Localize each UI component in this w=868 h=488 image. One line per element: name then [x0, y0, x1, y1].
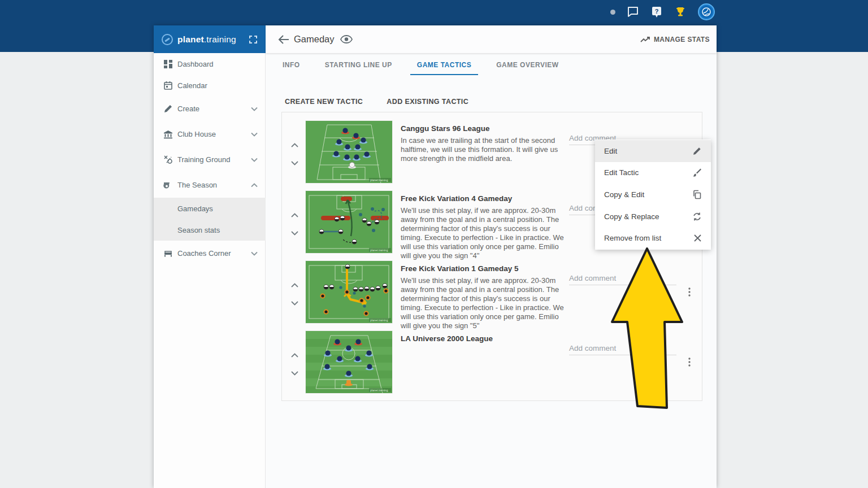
move-up-icon[interactable]	[288, 208, 301, 222]
menu-item-label: Copy & Edit	[604, 190, 644, 199]
trophy-icon[interactable]	[674, 6, 687, 18]
sidebar-item-the-season[interactable]: The Season	[154, 172, 266, 198]
sidebar-subitem-label: Gamedays	[177, 204, 213, 213]
sidebar-item-gamedays[interactable]: Gamedays	[154, 198, 266, 219]
bench-icon	[163, 249, 173, 259]
sidebar-nav: Dashboard Calendar Create Club House Tra…	[154, 53, 266, 266]
menu-item-edit-tactic[interactable]: Edit Tactic	[595, 162, 711, 184]
move-down-icon[interactable]	[288, 297, 301, 310]
sidebar-item-label: Create	[177, 104, 199, 113]
close-icon	[693, 234, 702, 242]
topbar-icon-group: ?	[610, 0, 715, 24]
page-header: Gameday MANAGE STATS	[266, 25, 717, 53]
sidebar: planet.training Dashboard Calendar Creat…	[154, 25, 266, 488]
sync-icon	[692, 212, 702, 221]
move-up-icon[interactable]	[288, 138, 301, 152]
sidebar-item-calendar[interactable]: Calendar	[154, 75, 266, 96]
sidebar-item-label: Training Ground	[177, 155, 230, 164]
tactic-title: Free Kick Variation 1 Gameday 5	[401, 264, 566, 273]
tactic-description: We'll use this set play, if we are appro…	[401, 206, 566, 260]
svg-text:planet.training: planet.training	[370, 319, 388, 322]
sidebar-item-label: Dashboard	[177, 60, 214, 68]
tactic-description: In case we are trailing at the start of …	[401, 136, 566, 163]
menu-item-label: Remove from list	[604, 234, 661, 242]
move-up-icon[interactable]	[288, 278, 301, 292]
move-up-icon[interactable]	[288, 348, 301, 362]
visibility-eye-icon[interactable]	[340, 35, 353, 43]
manage-stats-label: MANAGE STATS	[654, 36, 710, 43]
tactic-thumbnail-field[interactable]: planet.training	[306, 191, 392, 253]
pencil-icon	[692, 146, 702, 156]
sidebar-item-training-ground[interactable]: Training Ground	[154, 147, 266, 172]
calendar-icon	[163, 80, 173, 90]
menu-item-copy-replace[interactable]: Copy & Replace	[595, 206, 711, 228]
fullscreen-icon[interactable]	[249, 35, 258, 44]
tactic-row: planet.training LA Universe 2000 League …	[282, 327, 702, 397]
tactic-info: Canggu Stars 96 League In case we are tr…	[401, 124, 566, 163]
help-icon[interactable]: ?	[650, 6, 663, 18]
bank-icon	[163, 129, 173, 140]
sidebar-item-create[interactable]: Create	[154, 96, 266, 121]
tactic-title: Free Kick Variation 4 Gameday	[401, 194, 566, 203]
chevron-down-icon	[251, 251, 258, 256]
season-submenu: Gamedays Season stats	[154, 198, 266, 241]
tactic-info: Free Kick Variation 4 Gameday We'll use …	[401, 194, 566, 260]
tactic-row: planet.training Free Kick Variation 1 Ga…	[282, 257, 702, 327]
sidebar-item-label: The Season	[177, 181, 217, 189]
add-comment-field[interactable]: Add comment	[569, 274, 676, 285]
brand-name: planet.training	[177, 34, 236, 45]
tactic-thumbnail-field[interactable]: planet.training	[306, 331, 392, 393]
tactic-thumbnail-field[interactable]: planet.training	[306, 121, 392, 183]
brand-bold: planet	[177, 34, 204, 44]
tactic-title: LA Universe 2000 League	[401, 334, 566, 343]
chevron-down-icon	[251, 107, 258, 111]
pencil-icon	[163, 104, 173, 114]
sidebar-item-season-stats[interactable]: Season stats	[154, 219, 266, 241]
manage-stats-button[interactable]: MANAGE STATS	[640, 36, 710, 43]
menu-item-label: Copy & Replace	[604, 212, 659, 221]
page-title: Gameday	[294, 34, 335, 45]
sidebar-item-label: Club House	[177, 130, 216, 138]
chevron-up-icon	[251, 183, 258, 188]
sidebar-item-dashboard[interactable]: Dashboard	[154, 53, 266, 75]
sidebar-item-club-house[interactable]: Club House	[154, 121, 266, 147]
tactic-thumbnail-field[interactable]: planet.training	[306, 261, 392, 323]
chevron-down-icon	[251, 158, 258, 162]
tactic-actions: CREATE NEW TACTIC ADD EXISTING TACTIC	[281, 94, 472, 109]
tactic-info: Free Kick Variation 1 Gameday 5 We'll us…	[401, 264, 566, 330]
brand-rest: .training	[204, 34, 236, 44]
move-down-icon[interactable]	[288, 156, 301, 170]
chevron-down-icon	[251, 132, 258, 137]
tab-starting-line-up[interactable]: STARTING LINE UP	[313, 54, 405, 77]
menu-item-copy-edit[interactable]: Copy & Edit	[595, 184, 711, 206]
comment-placeholder: Add comment	[569, 274, 676, 285]
svg-text:planet.training: planet.training	[370, 389, 388, 392]
back-arrow-icon[interactable]	[276, 32, 292, 47]
kebab-menu-icon[interactable]	[684, 286, 695, 298]
create-new-tactic-button[interactable]: CREATE NEW TACTIC	[281, 94, 366, 109]
comment-placeholder: Add comment	[569, 344, 676, 355]
whistle-icon	[163, 180, 173, 190]
tactic-title: Canggu Stars 96 League	[401, 124, 566, 133]
dashboard-icon	[163, 59, 173, 69]
kebab-menu-icon[interactable]	[684, 356, 695, 368]
tactic-description: We'll use this set play, if we are appro…	[401, 276, 566, 330]
sidebar-item-label: Coaches Corner	[177, 249, 231, 258]
menu-item-remove-from-list[interactable]: Remove from list	[595, 227, 711, 249]
tab-game-tactics[interactable]: GAME TACTICS	[405, 54, 484, 77]
sidebar-item-coaches-corner[interactable]: Coaches Corner	[154, 241, 266, 266]
avatar[interactable]	[698, 3, 715, 20]
tactic-info: LA Universe 2000 League	[401, 334, 566, 346]
sidebar-item-label: Calendar	[177, 81, 207, 90]
menu-item-edit[interactable]: Edit	[595, 140, 711, 162]
tab-game-overview[interactable]: GAME OVERVIEW	[484, 54, 571, 77]
move-down-icon[interactable]	[288, 226, 301, 240]
chat-icon[interactable]	[627, 6, 639, 18]
svg-text:planet.training: planet.training	[370, 178, 388, 182]
context-menu: Edit Edit Tactic Copy & Edit Copy & Repl…	[595, 140, 711, 250]
add-existing-tactic-button[interactable]: ADD EXISTING TACTIC	[383, 94, 472, 109]
copy-icon	[692, 190, 702, 199]
tab-info[interactable]: INFO	[270, 54, 313, 77]
add-comment-field[interactable]: Add comment	[569, 344, 676, 355]
move-down-icon[interactable]	[288, 367, 301, 380]
